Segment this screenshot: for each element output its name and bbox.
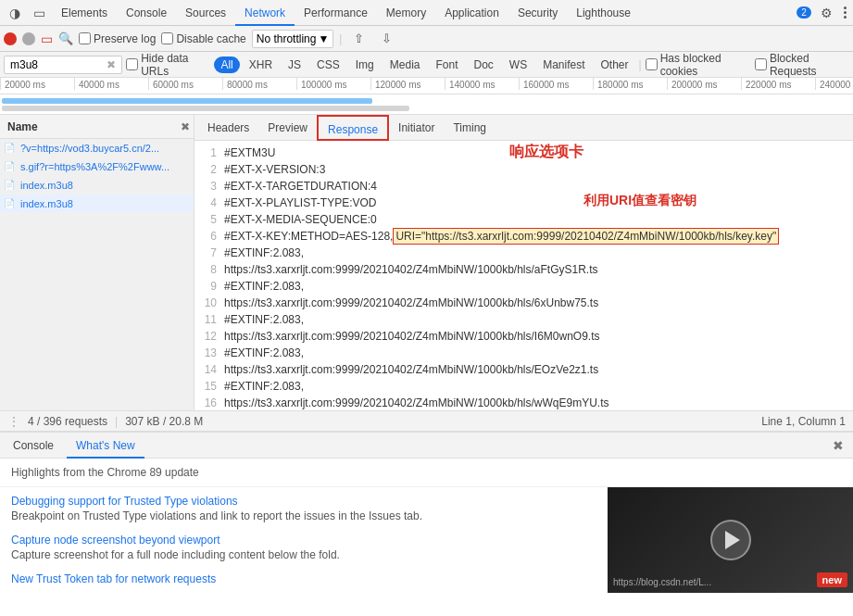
code-line-15: 15 #EXTINF:2.083, [194, 378, 853, 395]
request-item-2[interactable]: 📄 index.m3u8 [0, 176, 194, 195]
data-size: 307 kB / 20.8 M [125, 415, 203, 428]
play-triangle-icon [725, 531, 740, 549]
tab-memory[interactable]: Memory [377, 0, 435, 26]
drawer-link-0[interactable]: Debugging support for Trusted Type viola… [11, 495, 596, 508]
throttle-select[interactable]: No throttling ▼ [252, 30, 334, 48]
code-line-3: 3 #EXT-X-TARGETDURATION:4 [194, 178, 853, 195]
tab-security[interactable]: Security [508, 0, 567, 26]
request-item-3[interactable]: 📄 index.m3u8 [0, 195, 194, 213]
request-name-2: index.m3u8 [20, 180, 190, 191]
tab-console[interactable]: Console [117, 0, 176, 26]
search-clear-icon[interactable]: ✖ [107, 58, 116, 71]
video-thumbnail[interactable]: https://blog.csdn.net/L... new [608, 487, 853, 593]
filter-icon[interactable]: ▭ [41, 31, 53, 46]
file-icon-2: 📄 [4, 180, 17, 190]
more-options-icon[interactable] [841, 3, 849, 22]
tab-headers[interactable]: Headers [198, 115, 258, 141]
filter-tags: All XHR JS CSS Img Media Font Doc WS Man… [214, 57, 634, 73]
timeline-tracks [0, 94, 853, 115]
code-line-10: 10 https://ts3.xarxrljt.com:9999/2021040… [194, 295, 853, 311]
preserve-log-checkbox[interactable]: Preserve log [79, 32, 156, 45]
drawer-tab-whatsnew[interactable]: What's New [67, 433, 144, 459]
timeline-bar-2 [2, 106, 409, 111]
tab-performance[interactable]: Performance [295, 0, 377, 26]
drawer-link-2[interactable]: New Trust Token tab for network requests [11, 572, 596, 585]
download-icon[interactable]: ⇩ [375, 28, 397, 50]
request-item-0[interactable]: 📄 ?v=https://vod3.buycar5.cn/2... [0, 139, 194, 157]
code-line-9: 9 #EXTINF:2.083, [194, 278, 853, 295]
close-drawer-button[interactable]: ✖ [827, 434, 849, 457]
main-content: Name ✖ 📄 ?v=https://vod3.buycar5.cn/2...… [0, 115, 853, 410]
tick-11: 240000 ms [815, 78, 853, 90]
tab-preview[interactable]: Preview [258, 115, 317, 141]
upload-icon[interactable]: ⇧ [347, 28, 370, 50]
hide-data-urls-checkbox[interactable]: Hide data URLs [126, 52, 210, 78]
search-input[interactable] [10, 58, 107, 71]
code-line-11: 11 #EXTINF:2.083, [194, 311, 853, 328]
cursor-position: Line 1, Column 1 [761, 415, 846, 428]
inspect-icon[interactable]: ◑ [4, 2, 26, 24]
blocked-requests-checkbox[interactable]: Blocked Requests [755, 52, 849, 78]
tick-7: 160000 ms [519, 78, 593, 90]
request-item-1[interactable]: 📄 s.gif?r=https%3A%2F%2Fwww... [0, 157, 194, 176]
play-button[interactable] [710, 520, 751, 560]
filter-js[interactable]: JS [282, 57, 307, 73]
close-col-icon[interactable]: ✖ [181, 120, 190, 133]
drawer-desc-1: Capture screenshot for a full node inclu… [11, 548, 596, 561]
timeline-ruler: 20000 ms 40000 ms 60000 ms 80000 ms 1000… [0, 78, 853, 94]
filter-other[interactable]: Other [595, 57, 635, 73]
timeline-bar-1 [2, 98, 372, 104]
filter-toolbar: ✖ Hide data URLs All XHR JS CSS Img Medi… [0, 52, 853, 78]
drawer-tab-console[interactable]: Console [4, 433, 63, 459]
tab-sources[interactable]: Sources [176, 0, 235, 26]
code-line-16: 16 https://ts3.xarxrljt.com:9999/2021040… [194, 395, 853, 410]
network-toolbar: ▭ 🔍 Preserve log Disable cache No thrott… [0, 26, 853, 52]
request-list: Name ✖ 📄 ?v=https://vod3.buycar5.cn/2...… [0, 115, 194, 410]
filter-media[interactable]: Media [383, 57, 427, 73]
drawer-right: https://blog.csdn.net/L... new [608, 487, 853, 593]
file-icon-3: 📄 [4, 198, 17, 208]
code-line-8: 8 https://ts3.xarxrljt.com:9999/20210402… [194, 261, 853, 278]
filter-ws[interactable]: WS [503, 57, 533, 73]
tab-initiator[interactable]: Initiator [389, 115, 444, 141]
search-input-wrapper: ✖ [4, 56, 122, 74]
drawer-content: Highlights from the Chrome 89 update Deb… [0, 459, 853, 616]
settings-icon[interactable]: ⚙ [815, 2, 837, 24]
code-line-14: 14 https://ts3.xarxrljt.com:9999/2021040… [194, 361, 853, 378]
tab-timing[interactable]: Timing [444, 115, 495, 141]
drawer-link-1[interactable]: Capture node screenshot beyond viewport [11, 534, 596, 547]
timeline: 20000 ms 40000 ms 60000 ms 80000 ms 1000… [0, 78, 853, 115]
drag-handle[interactable]: ⋮ [7, 414, 20, 429]
tick-2: 60000 ms [148, 78, 222, 90]
filter-all[interactable]: All [214, 57, 239, 73]
code-line-6: 6 #EXT-X-KEY:METHOD=AES-128,URI="https:/… [194, 228, 853, 245]
toolbar-icons: 2 ⚙ [797, 2, 849, 24]
drawer-item-1: Capture node screenshot beyond viewport … [11, 534, 596, 561]
search-icon[interactable]: 🔍 [58, 31, 73, 45]
filter-xhr[interactable]: XHR [243, 57, 279, 73]
panel-tabs: Headers Preview Response Initiator Timin… [194, 115, 853, 141]
tab-response[interactable]: Response [317, 115, 389, 141]
tab-lighthouse[interactable]: Lighthouse [567, 0, 640, 26]
response-content[interactable]: 响应选项卡 利用URI值查看密钥 1 #EXTM3U 2 #EXT-X-VERS… [194, 141, 853, 410]
tab-elements[interactable]: Elements [52, 0, 117, 26]
filter-doc[interactable]: Doc [467, 57, 499, 73]
device-icon[interactable]: ▭ [28, 2, 50, 24]
tick-4: 100000 ms [296, 78, 370, 90]
filter-img[interactable]: Img [349, 57, 381, 73]
clear-button[interactable] [22, 32, 35, 45]
record-button[interactable] [4, 32, 17, 45]
tab-application[interactable]: Application [435, 0, 508, 26]
filter-css[interactable]: CSS [310, 57, 346, 73]
filter-font[interactable]: Font [429, 57, 464, 73]
disable-cache-checkbox[interactable]: Disable cache [161, 32, 245, 45]
blocked-cookies-checkbox[interactable]: Has blocked cookies [646, 52, 751, 78]
tick-6: 140000 ms [445, 78, 519, 90]
tab-network[interactable]: Network [235, 0, 295, 26]
code-line-4: 4 #EXT-X-PLAYLIST-TYPE:VOD [194, 195, 853, 211]
tick-8: 180000 ms [593, 78, 667, 90]
notification-badge: 2 [797, 6, 811, 19]
request-name-1: s.gif?r=https%3A%2F%2Fwww... [20, 161, 190, 172]
drawer-header: Highlights from the Chrome 89 update [0, 459, 853, 487]
filter-manifest[interactable]: Manifest [536, 57, 591, 73]
